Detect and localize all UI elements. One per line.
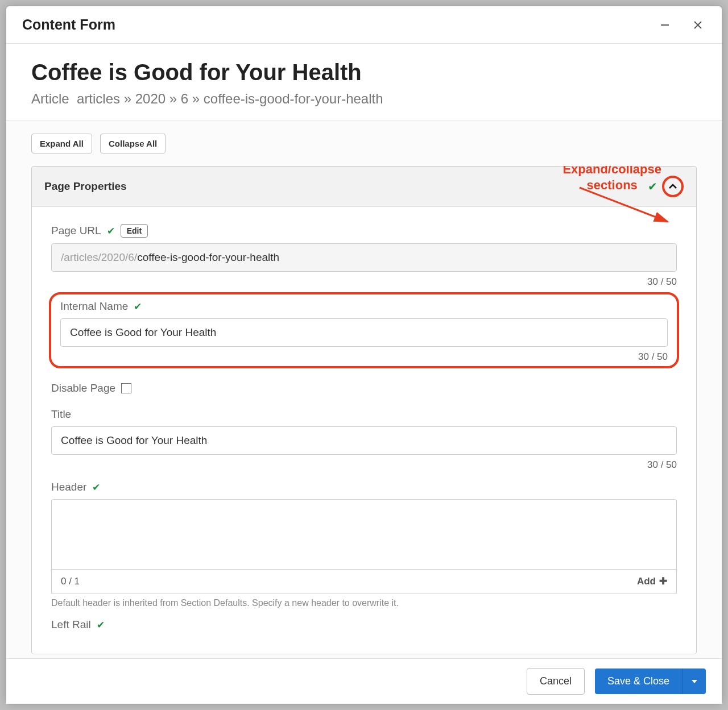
title-label: Title xyxy=(51,408,71,421)
header-add-button[interactable]: Add ✚ xyxy=(637,575,667,587)
content-form-modal: Content Form Coffee is Good for Your Hea… xyxy=(6,6,722,704)
header-helper-text: Default header is inherited from Section… xyxy=(51,598,677,608)
content-title: Coffee is Good for Your Health xyxy=(31,60,697,85)
title-counter: 30 / 50 xyxy=(51,459,677,471)
save-close-button[interactable]: Save & Close xyxy=(595,669,682,694)
modal-header: Content Form xyxy=(6,6,722,44)
header-counter: 0 / 1 xyxy=(61,576,637,587)
expand-all-button[interactable]: Expand All xyxy=(31,134,92,153)
save-button-group: Save & Close xyxy=(595,669,706,694)
section-title: Page Properties xyxy=(44,180,648,193)
page-url-value: coffee-is-good-for-your-health xyxy=(137,251,279,263)
internal-name-input[interactable] xyxy=(60,318,668,347)
internal-name-counter: 30 / 50 xyxy=(60,351,668,363)
left-rail-field: Left Rail ✔ xyxy=(51,618,677,631)
title-label-row: Title xyxy=(51,408,677,421)
section-body: Page URL ✔ Edit /articles/2020/6/coffee-… xyxy=(32,207,696,654)
modal-footer: Cancel Save & Close xyxy=(6,658,722,704)
left-rail-label-row: Left Rail ✔ xyxy=(51,618,677,631)
section-valid-icon: ✔ xyxy=(648,180,657,193)
caret-down-icon xyxy=(691,678,698,685)
form-body: Expand/collapsesections Page Properties … xyxy=(6,166,722,658)
content-header: Coffee is Good for Your Health Article a… xyxy=(6,44,722,121)
page-url-label: Page URL xyxy=(51,225,101,237)
toolbar: Expand All Collapse All xyxy=(6,121,722,166)
disable-page-checkbox[interactable] xyxy=(121,383,131,393)
section-toggle-button[interactable] xyxy=(662,176,684,197)
page-url-edit-button[interactable]: Edit xyxy=(121,224,148,238)
page-url-label-row: Page URL ✔ Edit xyxy=(51,224,677,238)
collapse-all-button[interactable]: Collapse All xyxy=(100,134,166,153)
check-icon: ✔ xyxy=(92,481,100,493)
header-label: Header xyxy=(51,481,86,493)
close-icon xyxy=(693,20,703,30)
chevron-up-icon xyxy=(668,182,677,191)
check-icon: ✔ xyxy=(97,619,105,631)
left-rail-label: Left Rail xyxy=(51,618,91,631)
check-icon: ✔ xyxy=(107,225,115,237)
internal-name-label: Internal Name xyxy=(60,300,128,313)
section-header[interactable]: Page Properties ✔ xyxy=(32,167,696,207)
page-properties-section: Page Properties ✔ Page URL ✔ Edit /artic… xyxy=(31,166,697,654)
header-label-row: Header ✔ xyxy=(51,481,677,493)
page-url-counter: 30 / 50 xyxy=(51,276,677,288)
title-field: Title 30 / 50 xyxy=(51,408,677,471)
close-button[interactable] xyxy=(690,17,706,33)
internal-name-field: Internal Name ✔ 30 / 50 xyxy=(60,300,668,363)
breadcrumb-path: articles » 2020 » 6 » coffee-is-good-for… xyxy=(77,91,383,106)
save-dropdown-button[interactable] xyxy=(682,669,706,694)
breadcrumb: Article articles » 2020 » 6 » coffee-is-… xyxy=(31,91,697,107)
disable-page-label: Disable Page xyxy=(51,382,115,395)
internal-name-highlight: Internal Name ✔ 30 / 50 xyxy=(49,292,679,368)
header-list-footer: 0 / 1 Add ✚ xyxy=(51,570,677,593)
plus-icon: ✚ xyxy=(659,575,667,587)
header-field: Header ✔ 0 / 1 Add ✚ Default header is i… xyxy=(51,481,677,608)
page-url-input: /articles/2020/6/coffee-is-good-for-your… xyxy=(51,243,677,272)
minimize-button[interactable] xyxy=(657,17,673,33)
title-input[interactable] xyxy=(51,426,677,455)
internal-name-label-row: Internal Name ✔ xyxy=(60,300,668,313)
check-icon: ✔ xyxy=(134,301,142,313)
disable-page-field: Disable Page xyxy=(51,382,677,395)
page-url-prefix: /articles/2020/6/ xyxy=(61,251,137,263)
modal-title: Content Form xyxy=(22,16,640,33)
cancel-button[interactable]: Cancel xyxy=(527,668,585,695)
header-list-box[interactable] xyxy=(51,499,677,570)
minimize-icon xyxy=(660,20,670,30)
page-url-field: Page URL ✔ Edit /articles/2020/6/coffee-… xyxy=(51,224,677,288)
content-type-label: Article xyxy=(31,91,69,106)
